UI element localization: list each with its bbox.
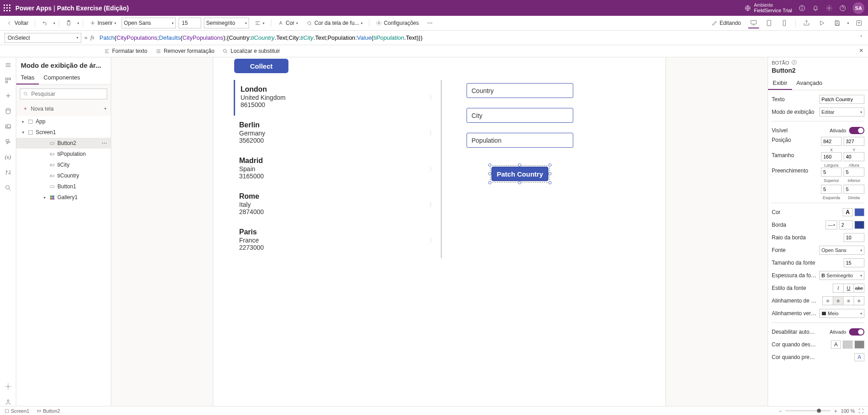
tree-search[interactable]	[20, 89, 107, 99]
tree-search-input[interactable]	[31, 91, 104, 97]
zoom-in[interactable]: +	[834, 408, 837, 414]
prop-text-input[interactable]	[819, 95, 864, 104]
info-icon[interactable]: ⓘ	[792, 59, 797, 66]
prop-fontcolor[interactable]: A	[843, 208, 853, 216]
prop-pad-top[interactable]	[821, 168, 842, 177]
breadcrumb-control[interactable]: ▭ Button2	[37, 408, 60, 414]
environment-picker[interactable]: Ambiente FieldService Trial	[754, 3, 792, 13]
settings-gear-icon[interactable]	[826, 5, 833, 12]
tree-item-ticountry[interactable]: tiCountry	[16, 170, 111, 181]
gallery-item[interactable]: ParisFrance2273000〉	[234, 223, 439, 258]
app-launcher-icon[interactable]	[4, 5, 11, 12]
props-tab-display[interactable]: Exibir	[768, 77, 792, 90]
share-icon[interactable]	[801, 18, 812, 28]
prop-pad-bottom[interactable]	[844, 168, 864, 177]
prop-radius-input[interactable]	[844, 233, 864, 242]
rail-virtual-agent-icon[interactable]	[4, 398, 12, 406]
align-right[interactable]: ≡	[843, 296, 854, 305]
gallery-item[interactable]: BerlinGermany3562000〉	[234, 116, 439, 151]
format-text-button[interactable]: Formatar texto	[104, 48, 147, 54]
prop-width-input[interactable]	[821, 152, 842, 161]
prop-disabled-fill[interactable]	[843, 340, 853, 349]
prop-pressed-fontcolor[interactable]: A	[854, 353, 864, 361]
tree-item-gallery1[interactable]: ▸Gallery1	[16, 192, 111, 203]
align-justify[interactable]: ≡	[854, 296, 864, 305]
undo-dropdown[interactable]: ▾	[53, 21, 55, 25]
font-family-select[interactable]: Open Sans▾	[122, 18, 176, 28]
prop-height-input[interactable]	[844, 152, 864, 161]
gallery-item[interactable]: RomeItaly2874000〉	[234, 187, 439, 223]
prop-textalign-group[interactable]: ≡ ≡ ≡ ≡	[823, 296, 864, 305]
rail-data-icon[interactable]	[4, 107, 12, 115]
remove-format-button[interactable]: Remover formatação	[156, 48, 214, 54]
prop-fontstyle-group[interactable]: I U abc	[833, 284, 864, 293]
canvas-screen[interactable]: Collect LondonUnited Kingdom8615000〉Berl…	[213, 57, 665, 406]
prop-valign-select[interactable]: ⯀ Meio▾	[819, 309, 864, 318]
prop-fillcolor[interactable]	[854, 208, 864, 216]
paste-dropdown[interactable]: ▾	[77, 21, 79, 25]
zoom-fit[interactable]: ⛶	[859, 408, 863, 414]
tree-app-node[interactable]: ▸ App	[16, 116, 111, 127]
font-size-input[interactable]: 15	[179, 18, 201, 28]
undo-button[interactable]	[39, 19, 51, 28]
underline-toggle[interactable]: U	[843, 284, 854, 293]
collect-button[interactable]: Collect	[234, 59, 288, 73]
prop-borderstyle[interactable]: —▾	[826, 220, 837, 229]
breadcrumb-screen[interactable]: ▢ Screen1	[5, 408, 29, 414]
prop-disabled-fontcolor[interactable]: A	[831, 340, 841, 349]
rail-variables-icon[interactable]: (x)	[4, 153, 12, 161]
prop-pad-left[interactable]	[821, 185, 842, 194]
user-avatar[interactable]: SA	[853, 2, 864, 14]
prop-disabled-border[interactable]	[854, 340, 864, 349]
italic-toggle[interactable]: I	[833, 284, 844, 293]
prop-y-input[interactable]	[844, 137, 864, 146]
chevron-right-icon[interactable]: 〉	[429, 201, 435, 209]
chevron-right-icon[interactable]: 〉	[429, 130, 435, 138]
rail-hamburger-icon[interactable]	[4, 61, 12, 69]
tree-item-ticity[interactable]: tiCity	[16, 159, 111, 170]
publish-icon[interactable]	[854, 18, 864, 28]
tree-screen-node[interactable]: ▾ Screen1	[16, 127, 111, 138]
formula-input[interactable]: Patch(CityPopulations;Defaults(CityPopul…	[99, 34, 854, 41]
rail-insert-icon[interactable]	[4, 92, 12, 100]
prop-displaymode-select[interactable]: Editar▾	[819, 107, 864, 117]
prop-fontsize-input[interactable]	[844, 258, 864, 267]
rail-powerautomate-icon[interactable]	[4, 138, 12, 146]
strike-toggle[interactable]: abc	[854, 284, 864, 293]
rail-advanced-icon[interactable]	[4, 168, 12, 177]
prop-font-select[interactable]: Open Sans▾	[819, 246, 864, 255]
gallery-item[interactable]: MadridSpain3165000〉	[234, 151, 439, 187]
editing-mode[interactable]: Editando	[709, 19, 744, 28]
gallery-item[interactable]: LondonUnited Kingdom8615000〉	[234, 80, 439, 116]
rail-settings-icon[interactable]	[4, 382, 12, 391]
patch-country-button[interactable]: Patch Country	[491, 167, 548, 181]
new-screen-button[interactable]: ＋Nova tela▾	[16, 103, 111, 116]
insert-button[interactable]: Inserir ▾	[87, 19, 119, 28]
patch-button-selection[interactable]: Patch Country	[491, 167, 548, 181]
paste-button[interactable]	[63, 19, 75, 28]
overflow-button[interactable]: ⋯	[425, 19, 435, 28]
find-replace-button[interactable]: Localizar e substituir	[222, 48, 280, 54]
prop-pad-right[interactable]	[844, 185, 864, 194]
prop-x-input[interactable]	[821, 137, 842, 146]
ti-population[interactable]: Population	[467, 133, 573, 148]
prop-bordercolor[interactable]	[854, 221, 864, 229]
fill-color-button[interactable]: Cor da tela de fu...▾	[303, 19, 365, 28]
save-icon[interactable]	[832, 18, 843, 28]
view-tablet-icon[interactable]	[764, 18, 774, 28]
chevron-right-icon[interactable]: 〉	[429, 94, 435, 102]
ti-city[interactable]: City	[467, 108, 573, 123]
prop-autodisable-toggle[interactable]	[849, 328, 864, 336]
align-center[interactable]: ≡	[833, 296, 844, 305]
tab-components[interactable]: Componentes	[39, 71, 85, 84]
rail-tree-icon[interactable]	[4, 76, 12, 84]
rail-media-icon[interactable]	[4, 122, 12, 131]
prop-visible-toggle[interactable]	[849, 127, 864, 134]
tree-item-tipopulation[interactable]: tiPopulation	[16, 149, 111, 159]
formula-expand-button[interactable]: ˄	[854, 35, 868, 41]
back-button[interactable]: Voltar	[4, 19, 31, 28]
font-color-button[interactable]: Cor▾	[275, 19, 301, 28]
view-monitor-icon[interactable]	[748, 18, 759, 28]
help-icon[interactable]	[839, 5, 846, 12]
preview-play-icon[interactable]	[816, 18, 827, 28]
